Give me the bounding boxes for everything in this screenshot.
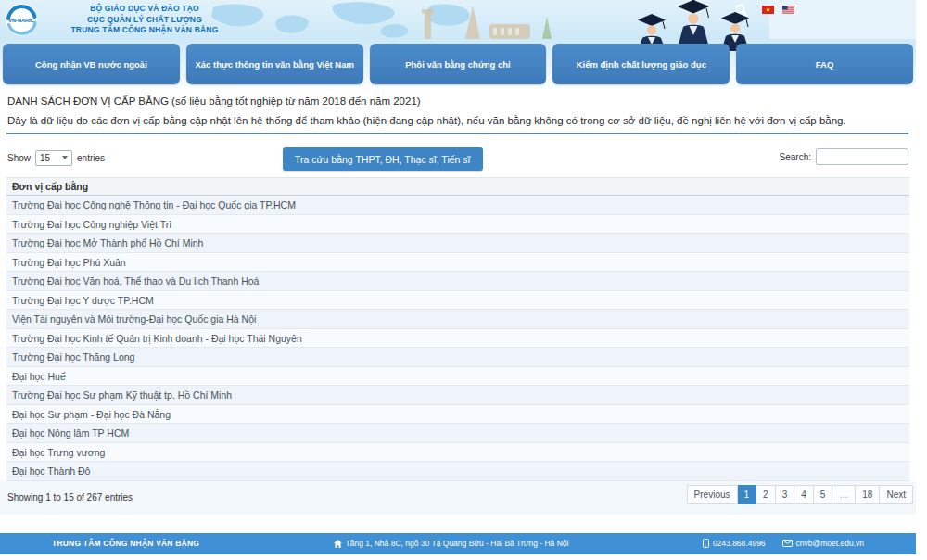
table-footer-band: Showing 1 to 15 of 267 entries Previous … xyxy=(0,481,916,515)
degree-lookup-button[interactable]: Tra cứu bằng THPT, ĐH, Thạc sĩ, Tiến sĩ xyxy=(283,147,483,171)
table-row[interactable]: Trường Đại học Sư phạm Kỹ thuật tp. Hồ C… xyxy=(6,386,909,405)
table-body: Trường Đại học Công nghệ Thông tin - Đại… xyxy=(6,196,909,481)
org-title-block: BỘ GIÁO DỤC VÀ ĐÀO TẠO CỤC QUẢN LÝ CHẤT … xyxy=(61,4,228,36)
footer-bar: TRUNG TÂM CÔNG NHẬN VĂN BẰNG Tầng 1, Nhà… xyxy=(0,533,916,554)
heading-divider xyxy=(6,133,908,134)
mail-icon xyxy=(782,540,793,547)
footer-phone[interactable]: 0243.868.4996 xyxy=(703,539,766,548)
pagination-page-2[interactable]: 2 xyxy=(756,485,776,504)
footer-contacts: 0243.868.4996 cnvb@moet.edu.vn xyxy=(703,539,864,548)
tab-foreign-degree-recognition[interactable]: Công nhận VB nước ngoài xyxy=(3,44,180,84)
footer-email[interactable]: cnvb@moet.edu.vn xyxy=(782,539,864,548)
page: VN-NARIC BỘ GIÁO DỤC VÀ ĐÀO TẠO CỤC QUẢN… xyxy=(0,0,916,560)
page-subtitle: Đây là dữ liệu do các đơn vị cấp bằng cậ… xyxy=(7,114,908,128)
table-row[interactable]: Đại học Nông lâm TP HCM xyxy=(6,424,909,443)
search-input[interactable] xyxy=(816,148,908,165)
table-row[interactable]: Trường Đại học Phú Xuân xyxy=(6,253,909,273)
main-nav: Công nhận VB nước ngoài Xác thực thông t… xyxy=(0,39,916,89)
tab-education-quality-accreditation[interactable]: Kiểm định chất lượng giáo dục xyxy=(552,44,730,84)
table-row[interactable]: Đại học Sư phạm - Đại học Đà Nẵng xyxy=(6,405,909,425)
pagination-next[interactable]: Next xyxy=(880,485,913,504)
issuing-units-table: Đơn vị cấp bằng Trường Đại học Công nghệ… xyxy=(6,177,909,481)
org-line-agency: CỤC QUẢN LÝ CHẤT LƯỢNG xyxy=(61,15,228,26)
pagination-page-3[interactable]: 3 xyxy=(776,485,795,504)
search-label: Search: xyxy=(780,152,811,162)
table-row[interactable]: Viện Tài nguyên và Môi trường-Đại học Qu… xyxy=(6,310,909,329)
flag-english[interactable] xyxy=(782,6,794,14)
landmarks-decoration xyxy=(408,0,603,39)
pagination-previous[interactable]: Previous xyxy=(687,485,738,504)
search-control: Search: xyxy=(780,148,908,165)
table-row[interactable]: Trường Đại học Mở Thành phố Hồ Chí Minh xyxy=(6,234,909,253)
page-title: DANH SÁCH ĐƠN VỊ CẤP BẰNG (số liệu bằng … xyxy=(7,95,908,108)
pagination-ellipsis: … xyxy=(832,485,856,504)
table-row[interactable]: Đại học Thành Đô xyxy=(6,462,909,481)
table-row[interactable]: Trường Đại học Kinh tế Quản trị Kinh doa… xyxy=(6,329,909,349)
chevron-down-icon xyxy=(62,156,68,159)
org-line-center: TRUNG TÂM CÔNG NHẬN VĂN BẰNG xyxy=(61,25,228,36)
footer-email-text: cnvb@moet.edu.vn xyxy=(796,539,864,548)
pagination-page-5[interactable]: 5 xyxy=(814,485,833,504)
pagination-page-4[interactable]: 4 xyxy=(794,485,814,504)
vn-naric-logo: VN-NARIC xyxy=(5,3,38,37)
svg-text:VN-NARIC: VN-NARIC xyxy=(8,18,33,23)
pagination-page-18[interactable]: 18 xyxy=(856,485,880,504)
entries-label: entries xyxy=(77,153,105,163)
entries-info: Showing 1 to 15 of 267 entries xyxy=(7,492,133,503)
tab-degree-certificate-blanks[interactable]: Phôi văn bằng chứng chỉ xyxy=(370,44,547,84)
table-row[interactable]: Đại học Huế xyxy=(6,367,909,387)
tab-vn-degree-verification[interactable]: Xác thực thông tin văn bằng Việt Nam xyxy=(186,44,363,84)
table-row[interactable]: Trường Đại học Thăng Long xyxy=(6,348,909,367)
table-row[interactable]: Trường Đại học Văn hoá, Thể thao và Du l… xyxy=(6,272,909,291)
table-row[interactable]: Đại học Trưng vương xyxy=(6,443,909,463)
footer-brand: TRUNG TÂM CÔNG NHẬN VĂN BẰNG xyxy=(52,539,199,548)
page-size-select[interactable]: 15 xyxy=(35,150,72,166)
page-size-value: 15 xyxy=(40,153,50,163)
tab-faq[interactable]: FAQ xyxy=(736,44,913,84)
home-icon xyxy=(334,540,342,548)
footer-address: Tầng 1, Nhà 8C, ngõ 30 Tạ Quang Bửu - Ha… xyxy=(334,539,569,548)
table-controls: Show 15 entries Tra cứu bằng THPT, ĐH, T… xyxy=(7,149,908,173)
phone-icon xyxy=(703,539,709,548)
pagination: Previous 1 2 3 4 5 … 18 Next xyxy=(687,485,913,504)
org-line-ministry: BỘ GIÁO DỤC VÀ ĐÀO TẠO xyxy=(61,4,228,15)
footer-address-text: Tầng 1, Nhà 8C, ngõ 30 Tạ Quang Bửu - Ha… xyxy=(346,539,569,548)
table-row[interactable]: Trường Đại học Y dược TP.HCM xyxy=(6,291,909,311)
table-row[interactable]: Trường Đại học Công nghệ Thông tin - Đại… xyxy=(6,196,909,215)
table-row[interactable]: Trường Đại học Công nghiệp Việt Trì xyxy=(6,215,909,235)
header-banner: VN-NARIC BỘ GIÁO DỤC VÀ ĐÀO TẠO CỤC QUẢN… xyxy=(0,0,916,39)
footer-phone-text: 0243.868.4996 xyxy=(713,539,766,548)
show-label: Show xyxy=(7,153,31,163)
table-header-don-vi-cap-bang[interactable]: Đơn vị cấp bằng xyxy=(6,177,909,196)
pagination-page-1[interactable]: 1 xyxy=(738,485,757,504)
